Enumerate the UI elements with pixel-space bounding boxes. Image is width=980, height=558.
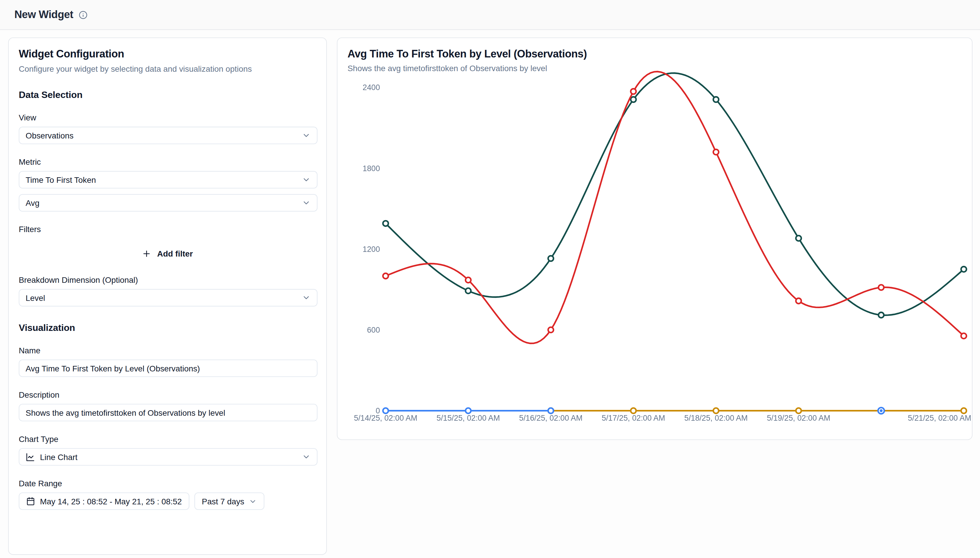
plus-icon [142,249,152,258]
x-axis-tick-label: 5/14/25, 02:00 AM [354,414,417,422]
config-subtitle: Configure your widget by selecting data … [19,64,316,74]
calendar-icon [26,497,35,505]
breakdown-label: Breakdown Dimension (Optional) [19,275,316,284]
name-input[interactable] [26,364,311,373]
widget-configuration-panel: Widget Configuration Configure your widg… [8,37,327,555]
x-axis-tick-label: 5/16/25, 02:00 AM [519,414,583,422]
date-range-label: Date Range [19,479,316,488]
chevron-down-icon [302,293,311,302]
line-series-red [385,72,964,343]
x-axis-tick-label: 5/19/25, 02:00 AM [767,414,830,422]
data-point-series-red [878,285,884,290]
description-input-wrap [19,404,318,421]
data-selection-heading: Data Selection [19,89,316,100]
date-preset-value: Past 7 days [202,496,244,506]
add-filter-label: Add filter [157,249,193,258]
data-point-series-red [796,298,801,304]
chevron-down-icon [302,453,311,461]
x-axis-tick-label: 5/15/25, 02:00 AM [436,414,500,422]
chart-type-select-value: Line Chart [40,452,77,461]
metric-select-value: Time To First Token [26,175,96,185]
data-point-series-red [548,327,553,332]
data-point-series-orange [961,408,966,414]
y-axis-tick-label: 1200 [363,245,380,254]
data-point-series-orange [631,408,636,414]
view-label: View [19,113,316,122]
data-point-series-teal [961,266,966,272]
data-point-series-teal [466,288,471,293]
data-point-series-blue [548,408,553,414]
description-label: Description [19,390,316,399]
line-chart-icon [26,452,35,461]
data-point-series-orange [796,408,801,414]
data-point-series-blue [383,408,388,414]
chart-type-label: Chart Type [19,434,316,444]
breakdown-select-value: Level [26,293,45,302]
chevron-down-icon [302,176,311,184]
data-point-series-teal [796,236,801,241]
data-point-series-red [466,277,471,282]
data-point-series-teal [631,97,636,102]
page: New Widget Widget Configuration Configur… [0,0,980,558]
chart-panel: Avg Time To First Token by Level (Observ… [337,37,972,440]
chevron-down-icon [302,131,311,140]
chevron-down-icon [302,199,311,207]
data-point-series-red [383,273,388,278]
date-preset-button[interactable]: Past 7 days [194,492,264,510]
config-title: Widget Configuration [19,48,316,61]
metric-label: Metric [19,158,316,167]
description-input[interactable] [26,408,311,417]
page-title: New Widget [14,8,73,21]
x-axis-tick-label: 5/17/25, 02:00 AM [602,414,665,422]
x-axis-tick-label: 5/21/25, 02:00 AM [908,414,971,422]
aggregation-select-value: Avg [26,198,40,208]
name-input-wrap [19,359,318,377]
x-axis-tick-label: 5/18/25, 02:00 AM [684,414,748,422]
date-range-button[interactable]: May 14, 25 : 08:52 - May 21, 25 : 08:52 [19,492,189,510]
breakdown-select[interactable]: Level [19,289,318,307]
data-point-series-teal [878,312,884,317]
filters-label: Filters [19,225,316,234]
y-axis-tick-label: 600 [367,326,380,335]
y-axis-tick-label: 1800 [363,164,380,173]
add-filter-button[interactable]: Add filter [136,245,199,262]
data-point-series-red [713,149,718,154]
data-point-series-red [961,333,966,338]
data-point-series-orange [713,408,718,414]
data-point-series-blue [880,409,883,412]
metric-select[interactable]: Time To First Token [19,171,318,189]
aggregation-select[interactable]: Avg [19,194,318,212]
chevron-down-icon [249,497,257,505]
view-select-value: Observations [26,131,74,140]
data-point-series-teal [548,256,553,261]
line-chart-plot: 06001200180024005/14/25, 02:00 AM5/15/25… [338,38,973,441]
name-label: Name [19,346,316,355]
data-point-series-red [631,89,636,94]
info-icon[interactable] [79,10,87,19]
page-header: New Widget [0,0,980,30]
data-point-series-teal [713,97,718,102]
data-point-series-teal [383,221,388,226]
view-select[interactable]: Observations [19,127,318,144]
date-range-value: May 14, 25 : 08:52 - May 21, 25 : 08:52 [40,496,182,506]
line-series-teal [385,73,964,315]
y-axis-tick-label: 2400 [363,83,380,92]
visualization-heading: Visualization [19,322,316,333]
data-point-series-blue [466,408,471,414]
chart-type-select[interactable]: Line Chart [19,448,318,466]
